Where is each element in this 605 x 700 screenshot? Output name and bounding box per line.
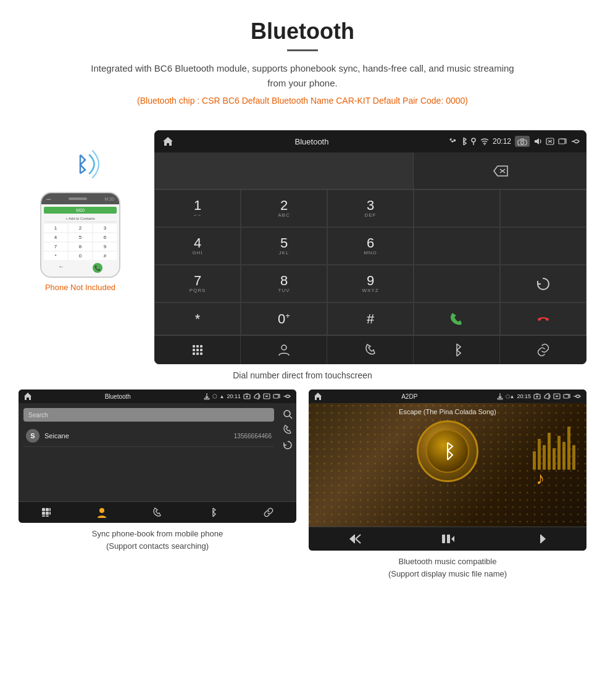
svg-rect-17 xyxy=(196,352,199,355)
phonebook-side-icons xyxy=(279,403,296,501)
dial-key-hash[interactable]: # xyxy=(327,302,414,335)
svg-rect-26 xyxy=(273,394,278,398)
phone-icon[interactable] xyxy=(327,336,414,364)
dial-key-7[interactable]: 7 PQRS xyxy=(154,265,241,302)
svg-rect-35 xyxy=(42,515,45,517)
svg-point-37 xyxy=(99,508,104,513)
call-button[interactable] xyxy=(414,302,500,335)
dial-key-5[interactable]: 5 JKL xyxy=(241,227,327,265)
specs-text: (Bluetooth chip : CSR BC6 Default Blueto… xyxy=(12,96,593,106)
album-art-container: ♪ xyxy=(314,420,582,482)
svg-marker-54 xyxy=(451,536,454,542)
dial-key-6[interactable]: 6 MNO xyxy=(327,227,414,265)
dial-key-3[interactable]: 3 DEF xyxy=(327,190,414,227)
search-bar[interactable]: Search xyxy=(23,408,274,422)
bluetooth-icon[interactable] xyxy=(414,336,500,364)
phone-key-4[interactable]: 4 xyxy=(44,233,67,241)
svg-rect-33 xyxy=(46,512,49,515)
home-icon[interactable] xyxy=(161,134,175,149)
svg-rect-31 xyxy=(49,508,51,511)
phone-key-9[interactable]: 9 xyxy=(93,243,117,251)
camera-icon-btn[interactable] xyxy=(515,136,530,146)
svg-point-42 xyxy=(536,396,538,398)
contact-row[interactable]: S Seicane 13566664466 xyxy=(23,425,274,447)
phone-key-5[interactable]: 5 xyxy=(69,233,92,241)
dial-key-0[interactable]: 0+ xyxy=(241,302,327,335)
link-icon[interactable] xyxy=(500,336,586,364)
dial-topbar: Bluetooth 20:12 xyxy=(154,130,586,152)
svg-rect-53 xyxy=(447,535,450,543)
phonebook-layout: Search S Seicane 13566664466 xyxy=(19,403,296,501)
phone-key-3[interactable]: 3 xyxy=(93,224,117,232)
refresh-side-icon[interactable] xyxy=(283,440,293,450)
pb-link-icon[interactable] xyxy=(241,502,296,523)
dial-bottom-icons xyxy=(154,335,586,364)
music-controls xyxy=(309,527,586,551)
dial-key-8[interactable]: 8 TUV xyxy=(241,265,327,302)
hangup-button[interactable] xyxy=(500,302,586,335)
phone-key-1[interactable]: 1 xyxy=(44,224,67,232)
phone-area: ••• M:20 M20 + Add to Contacts 1 2 3 4 5… xyxy=(19,143,142,292)
phone-top-bar: ••• M:20 xyxy=(41,193,119,204)
svg-rect-11 xyxy=(196,345,199,348)
main-section: ••• M:20 M20 + Add to Contacts 1 2 3 4 5… xyxy=(0,124,605,364)
dialpad-icon[interactable] xyxy=(154,336,241,364)
svg-rect-15 xyxy=(200,349,202,351)
dial-key-9[interactable]: 9 WXYZ xyxy=(327,265,414,302)
phone-add-contacts-label: + Add to Contacts xyxy=(44,215,117,222)
svg-point-5 xyxy=(484,144,485,146)
phone-key-hash[interactable]: # xyxy=(93,252,117,260)
phone-green-bar: M20 xyxy=(44,207,117,214)
dial-screen-title: Bluetooth xyxy=(179,137,444,146)
play-pause-button[interactable] xyxy=(401,527,494,551)
svg-rect-2 xyxy=(454,140,456,141)
music-time: 20:15 xyxy=(517,393,531,399)
pb-bt-icon[interactable] xyxy=(185,502,241,523)
bluetooth-waves xyxy=(56,143,105,186)
phone-mockup: ••• M:20 M20 + Add to Contacts 1 2 3 4 5… xyxy=(40,192,120,278)
phonebook-main: Search S Seicane 13566664466 xyxy=(19,403,279,501)
pb-phone-icon[interactable] xyxy=(130,502,185,523)
svg-rect-16 xyxy=(193,352,195,355)
svg-line-50 xyxy=(356,535,361,539)
phone-key-7[interactable]: 7 xyxy=(44,243,67,251)
dial-key-4[interactable]: 4 GHI xyxy=(154,227,241,265)
dialpad-grid: 1 ⌐¬ 2 ABC 3 DEF 4 GHI 5 JKL xyxy=(154,152,586,335)
dial-caption: Dial number direct from touchscreen xyxy=(0,370,605,380)
phone-side-icon[interactable] xyxy=(283,424,292,435)
phone-key-6[interactable]: 6 xyxy=(93,233,117,241)
svg-point-24 xyxy=(246,396,248,398)
svg-rect-32 xyxy=(42,512,45,515)
backspace-button[interactable] xyxy=(414,152,586,190)
phone-not-included-label: Phone Not Included xyxy=(45,283,115,292)
dial-key-star[interactable]: * xyxy=(154,302,241,335)
next-button[interactable] xyxy=(494,527,586,551)
pb-grid-icon[interactable] xyxy=(19,502,74,523)
phone-key-2[interactable]: 2 xyxy=(69,224,92,232)
page-title: Bluetooth xyxy=(12,19,593,44)
phone-screen: M20 + Add to Contacts 1 2 3 4 5 6 7 8 9 … xyxy=(41,204,119,277)
contacts-icon[interactable] xyxy=(241,336,327,364)
svg-rect-14 xyxy=(196,349,199,351)
dial-key-2[interactable]: 2 ABC xyxy=(241,190,327,227)
phone-call-btn[interactable]: 📞 xyxy=(93,263,102,273)
contact-number: 13566664466 xyxy=(234,433,272,440)
dial-key-1[interactable]: 1 ⌐¬ xyxy=(154,190,241,227)
phone-back-btn[interactable]: ← xyxy=(58,263,64,273)
page-header: Bluetooth Integrated with BC6 Bluetooth … xyxy=(0,0,605,124)
phone-key-8[interactable]: 8 xyxy=(69,243,92,251)
refresh-button[interactable] xyxy=(500,265,586,302)
phone-key-0[interactable]: 0 xyxy=(69,252,92,260)
phone-key-star[interactable]: * xyxy=(44,252,67,260)
svg-rect-34 xyxy=(49,512,51,515)
pb-contacts-icon[interactable] xyxy=(74,502,130,523)
search-side-icon[interactable] xyxy=(283,408,293,419)
svg-point-7 xyxy=(521,141,524,144)
svg-rect-18 xyxy=(200,352,202,355)
album-inner xyxy=(426,430,469,473)
svg-point-27 xyxy=(284,410,290,417)
music-caption: Bluetooth music compatible (Support disp… xyxy=(388,556,507,580)
prev-button[interactable] xyxy=(309,527,401,551)
svg-marker-55 xyxy=(541,535,546,543)
music-topbar: A2DP ⬡▲ 20:15 xyxy=(309,390,586,403)
